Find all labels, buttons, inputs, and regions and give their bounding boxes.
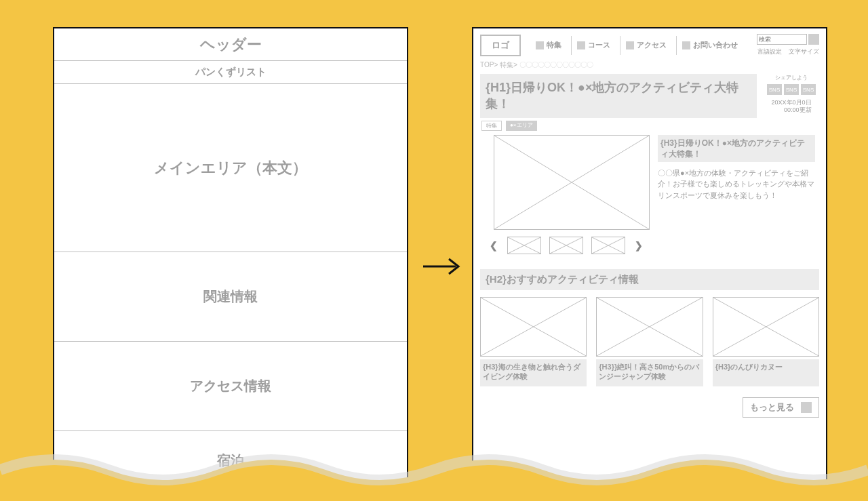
card-image — [480, 297, 587, 357]
search-button[interactable] — [808, 34, 819, 45]
breadcrumb-path[interactable]: TOP> 特集> — [480, 61, 519, 68]
text-size-setting[interactable]: 文字サイズ — [789, 47, 819, 56]
section-access: アクセス情報 — [54, 342, 407, 431]
card-image — [713, 297, 819, 357]
card-3[interactable]: {H3}のんびりカヌー — [713, 297, 819, 386]
nav-label: アクセス — [637, 40, 667, 50]
section-breadcrumb: パンくずリスト — [54, 61, 407, 84]
hero-heading: {H3}日帰りOK！●×地方のアクティビティ大特集！ — [658, 135, 815, 162]
section-main: メインエリア（本文） — [54, 84, 407, 252]
tag-feature[interactable]: 特集 — [481, 121, 502, 131]
sns-button-1[interactable]: SNS — [767, 84, 782, 95]
top-right-controls: 言語設定 文字サイズ — [757, 34, 819, 56]
breadcrumb: TOP> 特集> 〇〇〇〇〇〇〇〇〇〇〇〇 — [480, 60, 819, 70]
logo[interactable]: ロゴ — [480, 35, 521, 56]
nav-label: 特集 — [547, 40, 561, 50]
hero-section: {H3}日帰りOK！●×地方のアクティビティ大特集！ 〇〇県●×地方の体験・アク… — [480, 135, 819, 230]
share-label: シェアしよう — [775, 74, 808, 81]
carousel-prev[interactable]: ❮ — [488, 240, 499, 251]
nav-label: コース — [588, 40, 610, 50]
breadcrumb-current: 〇〇〇〇〇〇〇〇〇〇〇〇 — [519, 61, 593, 68]
thumb-1[interactable] — [507, 237, 541, 254]
wireframe-left: ヘッダー パンくずリスト メインエリア（本文） 関連情報 アクセス情報 宿泊 — [53, 27, 408, 488]
thumb-3[interactable] — [591, 237, 625, 254]
card-title: {H3}のんびりカヌー — [713, 359, 819, 386]
page-title: {H1}日帰りOK！●×地方のアクティビティ大特集！ — [480, 74, 757, 118]
more-button[interactable]: もっと見る — [743, 397, 819, 418]
update-date: 20XX年0月0日 00:00更新 — [771, 99, 811, 114]
nav-icon — [536, 41, 544, 49]
nav-label: お問い合わせ — [693, 40, 738, 50]
more-label: もっと見る — [750, 401, 794, 414]
nav-icon — [682, 41, 690, 49]
carousel-next[interactable]: ❯ — [633, 240, 644, 251]
card-2[interactable]: {H3}}絶叫！高さ50mからのバンジージャンプ体験 — [596, 297, 703, 386]
thumbnail-carousel: ❮ ❯ — [488, 237, 819, 254]
arrow-right-icon — [422, 256, 461, 277]
sns-button-3[interactable]: SNS — [801, 84, 816, 95]
more-icon — [801, 402, 812, 413]
section-related: 関連情報 — [54, 252, 407, 342]
tags: 特集 ●×エリア — [481, 121, 819, 131]
card-1[interactable]: {H3}海の生き物と触れ合うダイビング体験 — [480, 297, 587, 386]
nav-item-access[interactable]: アクセス — [620, 36, 672, 55]
card-title: {H3}}絶叫！高さ50mからのバンジージャンプ体験 — [596, 359, 703, 386]
search — [757, 34, 819, 45]
section-header: ヘッダー — [54, 28, 407, 61]
tag-area[interactable]: ●×エリア — [506, 121, 537, 131]
thumb-2[interactable] — [549, 237, 583, 254]
sns-button-2[interactable]: SNS — [784, 84, 799, 95]
card-image — [596, 297, 703, 357]
share-panel: シェアしよう SNS SNS SNS 20XX年0月0日 00:00更新 — [764, 74, 819, 118]
hero-image — [494, 135, 650, 230]
nav-icon — [626, 41, 634, 49]
main-nav: 特集 コース アクセス お問い合わせ — [530, 36, 743, 55]
mockup-right: ロゴ 特集 コース アクセス お問い合わせ 言語設定 文字サイズ TOP> 特集… — [472, 27, 827, 488]
nav-icon — [577, 41, 585, 49]
lang-setting[interactable]: 言語設定 — [757, 47, 782, 56]
top-bar: ロゴ 特集 コース アクセス お問い合わせ 言語設定 文字サイズ — [480, 34, 819, 56]
card-list: {H3}海の生き物と触れ合うダイビング体験 {H3}}絶叫！高さ50mからのバン… — [480, 297, 819, 386]
nav-item-contact[interactable]: お問い合わせ — [676, 36, 743, 55]
hero-body: 〇〇県●×地方の体験・アクティビティをご紹介！お子様でも楽しめるトレッキングや本… — [658, 167, 815, 201]
card-title: {H3}海の生き物と触れ合うダイビング体験 — [480, 359, 587, 386]
search-input[interactable] — [757, 34, 807, 45]
nav-item-course[interactable]: コース — [571, 36, 616, 55]
nav-item-feature[interactable]: 特集 — [530, 36, 567, 55]
section-stay: 宿泊 — [54, 431, 407, 489]
recommend-heading: {H2}おすすめアクティビティ情報 — [480, 269, 819, 290]
